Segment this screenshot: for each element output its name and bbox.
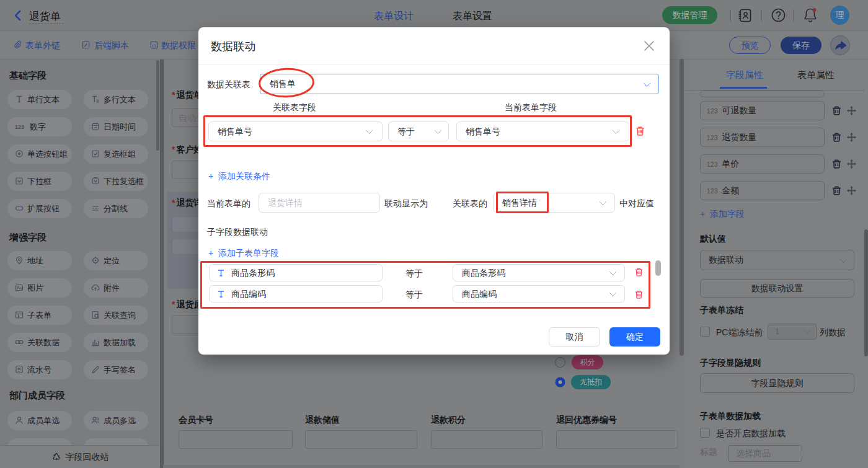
svg-text:123: 123 (15, 124, 24, 130)
